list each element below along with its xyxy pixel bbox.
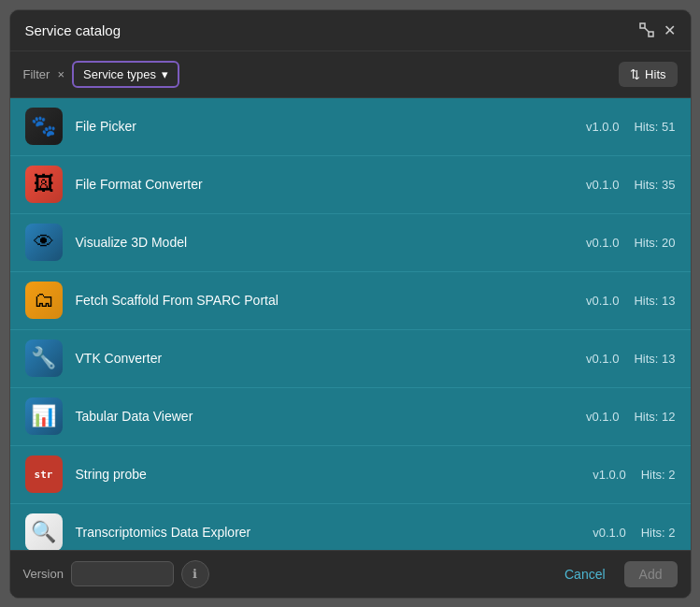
toolbar: Filter × Service types ▾ ⇅ Hits — [10, 51, 691, 98]
service-item[interactable]: 🔍Transcriptomics Data Explorerv0.1.0Hits… — [10, 504, 691, 550]
add-button[interactable]: Add — [624, 561, 678, 587]
service-item[interactable]: 🔧VTK Converterv0.1.0Hits: 13 — [10, 330, 691, 388]
dropdown-chevron-icon: ▾ — [162, 67, 168, 81]
service-icon: 🐾 — [25, 108, 63, 145]
close-filter-button[interactable]: × — [57, 67, 64, 81]
service-item[interactable]: 📊Tabular Data Viewerv0.1.0Hits: 12 — [10, 388, 691, 446]
service-meta: v0.1.0Hits: 12 — [586, 410, 676, 424]
dialog-title: Service catalog — [25, 22, 121, 38]
svg-rect-0 — [640, 23, 645, 28]
service-version: v0.1.0 — [586, 294, 619, 308]
service-icon: 👁 — [25, 224, 63, 261]
service-hits: Hits: 51 — [634, 120, 675, 134]
service-hits: Hits: 35 — [634, 178, 675, 192]
service-name: Transcriptomics Data Explorer — [76, 525, 593, 540]
title-bar: Service catalog ✕ — [10, 10, 691, 51]
service-name: File Format Converter — [76, 177, 587, 192]
service-icon: 📊 — [25, 397, 63, 435]
service-meta: v0.1.0Hits: 13 — [586, 352, 676, 366]
service-hits: Hits: 2 — [641, 468, 676, 482]
footer-actions: Cancel Add — [555, 561, 678, 587]
service-types-dropdown[interactable]: Service types ▾ — [72, 61, 179, 88]
service-item[interactable]: 🖼File Format Converterv0.1.0Hits: 35 — [10, 156, 691, 214]
info-button[interactable]: ℹ — [181, 560, 209, 588]
service-name: Visualize 3D Model — [76, 235, 587, 250]
version-select[interactable] — [71, 561, 174, 586]
service-name: Tabular Data Viewer — [76, 409, 587, 424]
service-icon: 🖼 — [25, 166, 63, 203]
expand-button[interactable] — [639, 22, 654, 37]
service-meta: v0.1.0Hits: 35 — [586, 178, 676, 192]
service-version: v0.1.0 — [593, 526, 625, 540]
service-types-label: Service types — [83, 67, 156, 81]
info-icon: ℹ — [193, 567, 197, 581]
service-icon: str — [25, 455, 63, 493]
service-hits: Hits: 13 — [634, 352, 675, 366]
service-icon: 🔧 — [25, 340, 63, 377]
hits-label: Hits — [645, 67, 665, 81]
service-item[interactable]: 🗂Fetch Scaffold From SPARC Portalv0.1.0H… — [10, 272, 691, 330]
service-list: 🐾File Pickerv1.0.0Hits: 51🖼File Format C… — [10, 98, 691, 550]
service-meta: v0.1.0Hits: 20 — [586, 236, 676, 250]
close-button[interactable]: ✕ — [664, 22, 676, 39]
service-meta: v1.0.0Hits: 2 — [593, 468, 675, 482]
service-name: String probe — [76, 467, 593, 482]
title-icons: ✕ — [639, 22, 676, 39]
service-hits: Hits: 2 — [641, 526, 676, 540]
service-item[interactable]: 🐾File Pickerv1.0.0Hits: 51 — [10, 98, 691, 156]
service-icon: 🔍 — [25, 513, 63, 550]
service-icon: 🗂 — [25, 282, 63, 319]
svg-rect-1 — [649, 32, 653, 36]
service-item[interactable]: 👁Visualize 3D Modelv0.1.0Hits: 20 — [10, 214, 691, 272]
service-hits: Hits: 12 — [634, 410, 675, 424]
service-hits: Hits: 13 — [634, 294, 675, 308]
service-version: v1.0.0 — [593, 468, 625, 482]
service-meta: v1.0.0Hits: 51 — [586, 120, 676, 134]
version-label: Version — [23, 567, 64, 581]
svg-line-2 — [645, 28, 649, 32]
service-version: v0.1.0 — [586, 410, 619, 424]
service-version: v0.1.0 — [586, 178, 619, 192]
hits-sort-button[interactable]: ⇅ Hits — [619, 62, 677, 87]
service-name: File Picker — [76, 119, 587, 134]
service-name: Fetch Scaffold From SPARC Portal — [76, 293, 587, 308]
service-version: v0.1.0 — [586, 236, 619, 250]
footer: Version ℹ Cancel Add — [10, 550, 691, 598]
service-catalog-dialog: Service catalog ✕ Filter × Service types… — [9, 9, 692, 599]
service-version: v0.1.0 — [586, 352, 619, 366]
cancel-button[interactable]: Cancel — [555, 561, 615, 587]
service-name: VTK Converter — [76, 351, 587, 366]
filter-label: Filter — [23, 67, 50, 81]
service-meta: v0.1.0Hits: 13 — [586, 294, 676, 308]
service-meta: v0.1.0Hits: 2 — [593, 526, 675, 540]
service-item[interactable]: strString probev1.0.0Hits: 2 — [10, 446, 691, 504]
hits-sort-icon: ⇅ — [630, 67, 640, 81]
service-version: v1.0.0 — [586, 120, 619, 134]
service-hits: Hits: 20 — [634, 236, 675, 250]
